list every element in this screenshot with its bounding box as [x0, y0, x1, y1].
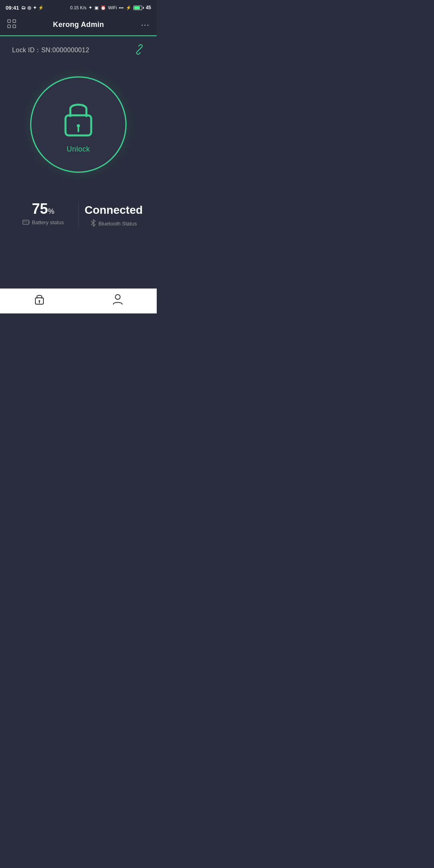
- battery-tip: [143, 7, 144, 9]
- nav-item-profile[interactable]: [78, 293, 157, 307]
- wifi-icon: WiFi: [108, 5, 117, 10]
- svg-rect-8: [29, 221, 29, 223]
- app-header: Kerong Admin ···: [0, 14, 157, 35]
- status-time: 09:41: [6, 5, 19, 11]
- signal-icon: ▪▪▪: [119, 5, 124, 10]
- network-speed: 0.15 K/s: [70, 5, 86, 10]
- status-row: 75% Battery status Connected: [8, 197, 149, 232]
- battery-label-text: Battery status: [32, 219, 64, 225]
- more-menu-icon[interactable]: ···: [141, 20, 149, 30]
- link-icon[interactable]: [134, 44, 145, 56]
- battery-label-row: Battery status: [23, 219, 64, 226]
- svg-rect-2: [8, 25, 10, 28]
- svg-rect-3: [13, 25, 16, 28]
- lock-circle-wrapper: Unlock: [30, 76, 127, 173]
- main-content: Lock ID：SN:0000000012 Unlock: [0, 36, 157, 289]
- battery-value: 75%: [32, 201, 54, 217]
- bluetooth-status-col: Connected Bluetooth Status: [79, 197, 149, 232]
- bluetooth-value: Connected: [84, 201, 143, 217]
- bluetooth-label-icon: [90, 219, 96, 228]
- unlock-button[interactable]: Unlock: [30, 76, 127, 173]
- bluetooth-label-row: Bluetooth Status: [90, 219, 137, 228]
- battery-fill: [134, 6, 140, 9]
- nav-profile-icon: [113, 293, 123, 307]
- bluetooth-label-text: Bluetooth Status: [98, 221, 137, 227]
- battery-indicator: [133, 6, 144, 10]
- status-right: 0.15 K/s ✦ ▣ ⏰ WiFi ▪▪▪ ⚡ 45: [70, 5, 151, 10]
- battery-label-icon: [23, 219, 30, 226]
- app-title: Kerong Admin: [53, 20, 104, 29]
- status-bar: 09:41 🗂 ◎ ✦ ⚡ 0.15 K/s ✦ ▣ ⏰ WiFi ▪▪▪ ⚡ …: [0, 0, 157, 14]
- battery-number: 45: [146, 5, 151, 10]
- bluetooth-status-icon: ✦: [88, 5, 92, 10]
- battery-body: [133, 6, 142, 10]
- status-left: 09:41 🗂 ◎ ✦ ⚡: [6, 5, 44, 11]
- battery-status-col: 75% Battery status: [8, 197, 78, 232]
- svg-rect-0: [8, 20, 10, 23]
- unlock-label: Unlock: [67, 145, 90, 154]
- lock-id-text: Lock ID：SN:0000000012: [12, 46, 89, 55]
- notification-icon-3: ✦: [33, 5, 37, 10]
- svg-point-12: [115, 295, 120, 299]
- nav-lock-icon: [34, 293, 45, 307]
- scan-icon[interactable]: [7, 19, 16, 30]
- notification-icon-1: 🗂: [21, 5, 26, 10]
- charge-icon: ⚡: [126, 5, 131, 10]
- alarm-icon: ⏰: [100, 5, 106, 10]
- lock-icon-svg: [58, 96, 98, 140]
- svg-rect-1: [13, 20, 16, 23]
- notification-icon-4: ⚡: [38, 5, 44, 10]
- lock-id-row: Lock ID：SN:0000000012: [8, 36, 149, 60]
- notification-icon-2: ◎: [27, 5, 31, 10]
- sim-icon: ▣: [94, 5, 98, 10]
- status-app-icons: 🗂 ◎ ✦ ⚡: [21, 5, 44, 10]
- bottom-nav: [0, 289, 157, 313]
- nav-item-lock[interactable]: [0, 293, 78, 307]
